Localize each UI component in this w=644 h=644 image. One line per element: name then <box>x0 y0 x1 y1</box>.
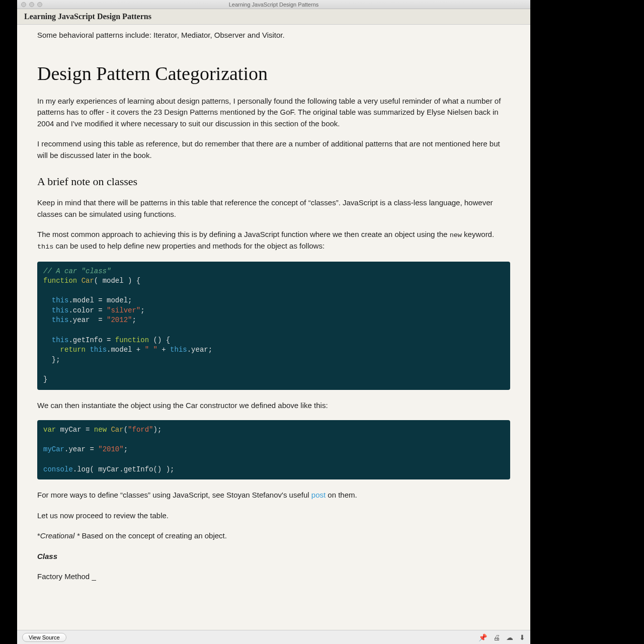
footer-icons: 📌 🖨 ☁ ⬇ <box>478 633 525 641</box>
category-label: Class <box>37 551 510 562</box>
code-block: var myCar = new Car("ford"); myCar.year … <box>37 420 510 479</box>
inline-code: this <box>37 243 53 251</box>
paragraph: Let us now proceed to review the table. <box>37 510 510 522</box>
intro-text: Some behavioral patterns include: Iterat… <box>37 30 510 41</box>
paragraph: Factory Method _ <box>37 571 510 583</box>
inline-code: new <box>450 231 462 239</box>
post-link[interactable]: post <box>311 491 326 499</box>
section-heading: Design Pattern Categorization <box>37 62 510 85</box>
paragraph: Keep in mind that there will be patterns… <box>37 197 510 220</box>
titlebar: Learning JavaScript Design Patterns <box>17 0 530 9</box>
subsection-heading: A brief note on classes <box>37 175 510 188</box>
paragraph: We can then instantiate the object using… <box>37 400 510 412</box>
paragraph: In my early experiences of learning abou… <box>37 96 510 130</box>
paragraph: The most common approach to achieving th… <box>37 229 510 253</box>
page-header: Learning JavaScript Design Patterns <box>17 9 530 25</box>
footer-bar: View Source 📌 🖨 ☁ ⬇ <box>17 630 530 644</box>
content-area[interactable]: Some behavioral patterns include: Iterat… <box>17 25 530 630</box>
code-block: // A car "class" function Car( model ) {… <box>37 262 510 390</box>
window-title: Learning JavaScript Design Patterns <box>17 2 530 8</box>
download-icon[interactable]: ⬇ <box>519 633 525 641</box>
print-icon[interactable]: 🖨 <box>493 633 500 641</box>
paragraph: I recommend using this table as referenc… <box>37 138 510 161</box>
view-source-button[interactable]: View Source <box>22 633 66 642</box>
pin-icon[interactable]: 📌 <box>478 633 487 641</box>
page-header-title: Learning JavaScript Design Patterns <box>24 12 151 21</box>
cloud-icon[interactable]: ☁ <box>506 633 513 641</box>
paragraph: For more ways to define “classes” using … <box>37 490 510 501</box>
app-window: Learning JavaScript Design Patterns Lear… <box>17 0 530 644</box>
paragraph: *Creational * Based on the concept of cr… <box>37 530 510 542</box>
